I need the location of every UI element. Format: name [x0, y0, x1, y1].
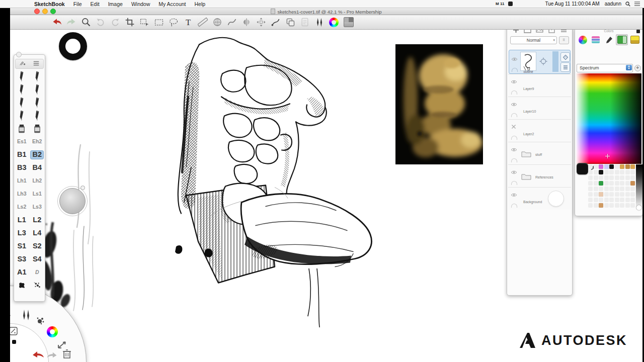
redo-icon[interactable]: [46, 352, 58, 358]
layer-hidden-icon[interactable]: [511, 122, 516, 127]
ruler-tool-button[interactable]: [195, 16, 210, 29]
swatch-ccccff[interactable]: [604, 164, 609, 169]
undo-icon[interactable]: [31, 351, 44, 358]
brush-lh3[interactable]: Lh3: [14, 188, 30, 201]
dark-app-icon[interactable]: [508, 1, 513, 7]
spectrum-cursor[interactable]: [605, 154, 610, 158]
swatch-cell[interactable]: [609, 203, 614, 208]
swatch-cell[interactable]: [625, 181, 630, 186]
swatch-cell[interactable]: [604, 175, 609, 180]
swatch-cell[interactable]: [588, 170, 593, 174]
swatch-cell[interactable]: [615, 181, 619, 186]
swatch-cell[interactable]: [599, 175, 603, 180]
current-color-swatch[interactable]: [577, 163, 588, 174]
brush-ls1[interactable]: Ls1: [30, 188, 45, 201]
layer-visibility-icon[interactable]: [511, 145, 517, 149]
pencil-brush[interactable]: [30, 83, 45, 96]
swatch-cell[interactable]: [625, 198, 630, 202]
pencil-brush[interactable]: [30, 70, 45, 83]
pencil-brush[interactable]: [14, 109, 30, 122]
layer-visibility-icon[interactable]: [511, 54, 518, 59]
swatch-cell[interactable]: [630, 198, 635, 202]
brush-ls3[interactable]: Ls3: [30, 201, 45, 214]
layer-row-layer10[interactable]: Layer10: [508, 97, 571, 119]
brush-s3[interactable]: S3: [14, 253, 30, 266]
swatch-cell[interactable]: [615, 198, 619, 202]
swatch-cell[interactable]: [615, 175, 619, 180]
rgb-sliders-icon[interactable]: [590, 34, 602, 45]
palette-icon[interactable]: [616, 34, 628, 45]
brush-eh2[interactable]: Eh2: [30, 135, 45, 148]
layer-row-selected[interactable]: outline: [509, 50, 571, 74]
swatch-cell[interactable]: [620, 170, 624, 174]
steady-stroke-tool-button[interactable]: [210, 16, 224, 29]
palette-gear-icon[interactable]: ✚: [634, 65, 641, 71]
brush-menu-icon[interactable]: [33, 59, 40, 68]
menu-item-image[interactable]: Image: [108, 1, 123, 7]
layer-row-layer2[interactable]: Layer2: [508, 119, 571, 142]
copy-tool-button[interactable]: [283, 16, 297, 29]
swatch-cell[interactable]: [609, 198, 614, 202]
swatch-cell[interactable]: [599, 198, 603, 202]
swatch-cell[interactable]: [588, 175, 593, 180]
menu-item-window[interactable]: Window: [131, 1, 150, 7]
swatch-141414[interactable]: [599, 170, 603, 174]
brush-s4[interactable]: S4: [30, 253, 45, 266]
swatch-d8a44e[interactable]: [620, 164, 624, 169]
blend-mode-select[interactable]: Normal ▾: [510, 36, 557, 44]
pencil-brush[interactable]: [14, 96, 30, 109]
undo-tool-button[interactable]: [49, 16, 64, 29]
brush-b4[interactable]: B4: [30, 161, 45, 174]
swatch-cell[interactable]: [609, 175, 614, 180]
swatch-c08a3e[interactable]: [625, 164, 630, 169]
swatch-cell[interactable]: [630, 192, 635, 197]
messages-badge-11[interactable]: M 11: [496, 1, 504, 7]
swatch-cell[interactable]: [615, 187, 619, 191]
swatch-cell[interactable]: [620, 187, 624, 191]
menu-item-help[interactable]: Help: [195, 1, 206, 7]
layer-thumbnail[interactable]: [520, 52, 536, 71]
crop-tool-button[interactable]: [122, 16, 137, 29]
color-wheel-tool-button[interactable]: [327, 16, 341, 29]
swatch-cell[interactable]: [625, 187, 630, 191]
search-icon[interactable]: [625, 1, 630, 7]
swatch-cell[interactable]: [625, 203, 630, 208]
layer-visibility-icon[interactable]: [511, 77, 517, 81]
swatch-cell[interactable]: [609, 170, 614, 174]
palette-select[interactable]: Spectrum ▲▼: [577, 64, 633, 72]
layer-editor-tool-button[interactable]: [297, 16, 312, 29]
swatch-c98f55[interactable]: [630, 181, 635, 186]
swatch-cell[interactable]: [615, 203, 619, 208]
trash-icon[interactable]: [62, 349, 71, 359]
spectrum-picker[interactable]: [576, 73, 641, 164]
brush-palette-tool-button[interactable]: [312, 16, 327, 29]
swatch-cell[interactable]: [630, 170, 635, 174]
swatch-cell[interactable]: [588, 164, 593, 169]
swatch-grid[interactable]: [588, 164, 635, 209]
pencil-brush[interactable]: [30, 96, 45, 109]
brush-ls2[interactable]: Ls2: [14, 201, 30, 214]
menu-user[interactable]: aadunn: [605, 1, 621, 7]
swatch-cell[interactable]: [594, 181, 598, 186]
redo-tool-button[interactable]: [64, 16, 78, 29]
swatch-cell[interactable]: [625, 192, 630, 197]
swatch-cell[interactable]: [604, 198, 609, 202]
swatch-cell[interactable]: [620, 203, 624, 208]
pencil-brush[interactable]: [14, 70, 30, 83]
brush-l4[interactable]: L4: [30, 227, 45, 240]
collapse-icon[interactable]: [636, 30, 640, 33]
swatch-cell[interactable]: [620, 198, 624, 202]
layer-visibility-icon[interactable]: [511, 167, 517, 172]
layer-row-stuff[interactable]: stuff: [508, 142, 571, 164]
current-color-dot[interactable]: [12, 340, 16, 344]
current-brush-badge[interactable]: [9, 327, 18, 335]
brush-es1[interactable]: Es1: [14, 135, 30, 148]
brush-d[interactable]: D: [30, 266, 45, 279]
swatch-cell[interactable]: [620, 181, 624, 186]
swatch-cell[interactable]: [609, 187, 614, 191]
copic-library-tool-button[interactable]: [341, 16, 356, 29]
transform-icon[interactable]: [57, 340, 67, 349]
text-tool-button[interactable]: T: [181, 16, 195, 29]
swatch-cell[interactable]: [599, 187, 603, 191]
swatch-cell[interactable]: [604, 170, 609, 174]
